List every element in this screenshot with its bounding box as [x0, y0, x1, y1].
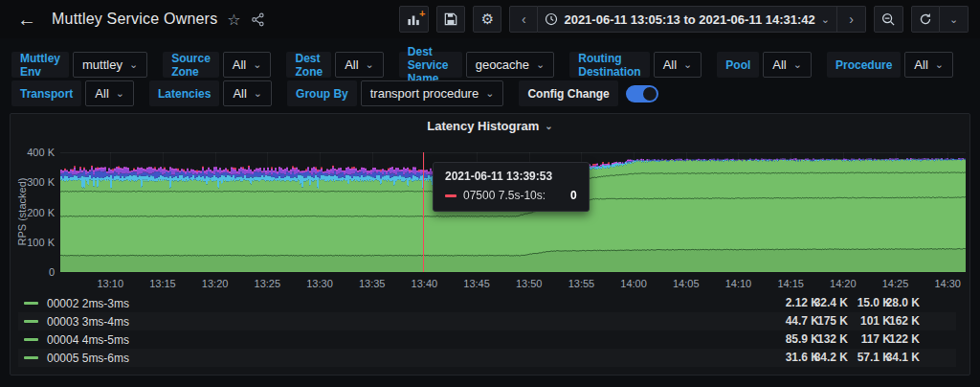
legend-stat-value: 122 K: [889, 330, 920, 349]
legend-series-name[interactable]: 00003 3ms-4ms: [47, 315, 129, 329]
time-shift-back-button[interactable]: ‹: [509, 6, 538, 33]
variable-dropdown-muttley-env[interactable]: muttley⌄: [73, 52, 147, 78]
variable-dropdown-group-by[interactable]: transport procedure⌄: [361, 80, 504, 106]
legend-stat-value: 44.7 K: [786, 312, 819, 330]
x-tick-13-25: 13:25: [255, 278, 281, 289]
legend-stat-value: 175 K: [817, 312, 848, 330]
time-picker-group: ‹ 2021-06-11 13:05:13 to 2021-06-11 14:3…: [509, 6, 866, 33]
legend-stat-value: 117 K: [861, 330, 891, 349]
variable-dropdown-routing-destination[interactable]: All⌄: [654, 52, 702, 78]
plus-icon: +: [419, 9, 425, 19]
x-tick-13-35: 13:35: [359, 278, 386, 289]
variable-muttley-env: Muttley Envmuttley⌄: [11, 52, 147, 78]
panel-title: Latency Histogram: [427, 119, 539, 133]
x-tick-14-15: 14:15: [777, 278, 804, 289]
variable-dropdown-source-zone[interactable]: All⌄: [223, 52, 272, 78]
variable-dropdown-latencies[interactable]: All⌄: [223, 80, 272, 106]
panel-header-menu[interactable]: Latency Histogram ⌄: [11, 119, 969, 133]
config-change-label: Config Change: [519, 80, 617, 106]
legend-stat-value: 162 K: [889, 312, 920, 330]
variables-row-1: Muttley Envmuttley⌄Source ZoneAll⌄Dest Z…: [11, 52, 969, 78]
legend-series-name[interactable]: 00002 2ms-3ms: [47, 297, 129, 310]
latency-histogram-panel: Latency Histogram ⌄ RPS (stacked) 0100 K…: [10, 113, 970, 376]
y-tick-100-k: 100 K: [16, 237, 55, 248]
save-dashboard-button[interactable]: [436, 6, 465, 33]
y-tick-200-k: 200 K: [16, 207, 55, 218]
x-tick-13-20: 13:20: [202, 278, 229, 289]
dashboard-variables: Muttley Envmuttley⌄Source ZoneAll⌄Dest Z…: [0, 38, 980, 106]
legend-stat-value: 28.0 K: [886, 294, 920, 312]
clock-icon: [545, 12, 558, 26]
variable-value-muttley-env: muttley: [82, 57, 122, 72]
zoom-out-button[interactable]: [874, 6, 903, 33]
legend-row-00005-5ms-6ms[interactable]: 00005 5ms-6ms31.6 K84.2 K57.1 K34.1 K: [18, 349, 956, 367]
legend-row-00002-2ms-3ms[interactable]: 00002 2ms-3ms2.12 K32.4 K15.0 K28.0 K: [18, 294, 956, 312]
time-range-picker[interactable]: 2021-06-11 13:05:13 to 2021-06-11 14:31:…: [538, 6, 837, 33]
variable-value-group-by: transport procedure: [370, 86, 479, 101]
variable-label-pool: Pool: [717, 52, 759, 78]
grafana-dashboard: ← Muttley Service Owners ☆ + ⚙ ‹: [0, 0, 980, 387]
variable-value-procedure: All: [914, 57, 927, 72]
tooltip-series-row: 07500 7.5s-10s: 0: [445, 189, 577, 202]
variable-dropdown-dest-zone[interactable]: All⌄: [335, 52, 384, 78]
variable-label-latencies: Latencies: [149, 80, 219, 106]
legend-stat-value: 34.1 K: [886, 349, 920, 367]
variable-label-source-zone: Source Zone: [163, 52, 219, 78]
legend-series-name[interactable]: 00004 4ms-5ms: [47, 333, 129, 347]
variable-procedure: ProcedureAll⌄: [827, 52, 953, 78]
variable-dropdown-dest-service-name[interactable]: geocache⌄: [466, 52, 555, 78]
x-tick-14-05: 14:05: [673, 278, 700, 289]
chevron-down-icon: ⌄: [485, 88, 494, 99]
variable-label-transport: Transport: [11, 80, 81, 106]
variable-value-pool: All: [772, 57, 786, 72]
refresh-interval-dropdown[interactable]: ⌄: [940, 6, 969, 33]
legend-row-00003-3ms-4ms[interactable]: 00003 3ms-4ms44.7 K175 K101 K162 K: [18, 312, 956, 330]
x-tick-13-45: 13:45: [463, 278, 490, 289]
variable-dropdown-transport[interactable]: All⌄: [85, 80, 134, 106]
panel-menu-caret-icon: ⌄: [545, 122, 552, 131]
chevron-down-icon: ⌄: [821, 14, 830, 25]
refresh-button[interactable]: [911, 6, 940, 33]
star-icon[interactable]: ☆: [227, 11, 240, 29]
legend-series-name[interactable]: 00005 5ms-6ms: [47, 352, 129, 365]
refresh-group: ⌄: [911, 6, 969, 33]
tooltip-series-swatch: [445, 194, 457, 197]
x-tick-13-55: 13:55: [568, 278, 595, 289]
back-arrow-icon[interactable]: ←: [11, 8, 42, 31]
chart-tooltip: 2021-06-11 13:39:53 07500 7.5s-10s: 0: [433, 162, 590, 212]
variable-routing-destination: Routing DestinationAll⌄: [569, 52, 702, 78]
share-icon[interactable]: [251, 12, 265, 27]
variable-config-change: Config Change: [519, 80, 657, 106]
x-tick-13-10: 13:10: [98, 278, 124, 289]
x-tick-13-15: 13:15: [149, 278, 176, 289]
chevron-down-icon: ⌄: [129, 59, 138, 70]
x-tick-13-50: 13:50: [516, 278, 543, 289]
x-tick-13-40: 13:40: [412, 278, 438, 289]
config-change-toggle[interactable]: [626, 85, 658, 102]
variables-row-2: TransportAll⌄LatenciesAll⌄Group Bytransp…: [11, 80, 969, 106]
legend-swatch: [24, 338, 38, 341]
legend-row-00004-4ms-5ms[interactable]: 00004 4ms-5ms85.9 K132 K117 K122 K: [18, 330, 956, 349]
panel-legend: 00002 2ms-3ms2.12 K32.4 K15.0 K28.0 K000…: [18, 294, 956, 367]
tooltip-series-value: 0: [570, 189, 577, 202]
y-tick-300-k: 300 K: [16, 176, 55, 188]
tooltip-timestamp: 2021-06-11 13:39:53: [445, 170, 577, 183]
chevron-down-icon: ⌄: [253, 59, 261, 70]
variable-transport: TransportAll⌄: [11, 80, 134, 106]
chevron-down-icon: ⌄: [116, 88, 124, 99]
dashboard-settings-button[interactable]: ⚙: [473, 6, 501, 33]
variable-value-dest-service-name: geocache: [476, 57, 529, 72]
dashboard-title: Muttley Service Owners: [52, 11, 217, 28]
add-panel-button[interactable]: +: [399, 6, 429, 33]
variable-dropdown-procedure[interactable]: All⌄: [904, 52, 953, 78]
variable-label-dest-zone: Dest Zone: [286, 52, 331, 78]
variable-dropdown-pool[interactable]: All⌄: [763, 52, 812, 78]
legend-stat-value: 132 K: [817, 330, 848, 349]
time-shift-forward-button[interactable]: ›: [837, 6, 866, 33]
variable-value-latencies: All: [233, 86, 246, 101]
variable-label-muttley-env: Muttley Env: [11, 52, 69, 78]
tooltip-series-name: 07500 7.5s-10s:: [463, 189, 546, 202]
legend-stat-value: 85.9 K: [786, 330, 819, 349]
time-range-label: 2021-06-11 13:05:13 to 2021-06-11 14:31:…: [564, 12, 814, 27]
variable-label-dest-service-name: Dest Service Name: [399, 52, 462, 78]
